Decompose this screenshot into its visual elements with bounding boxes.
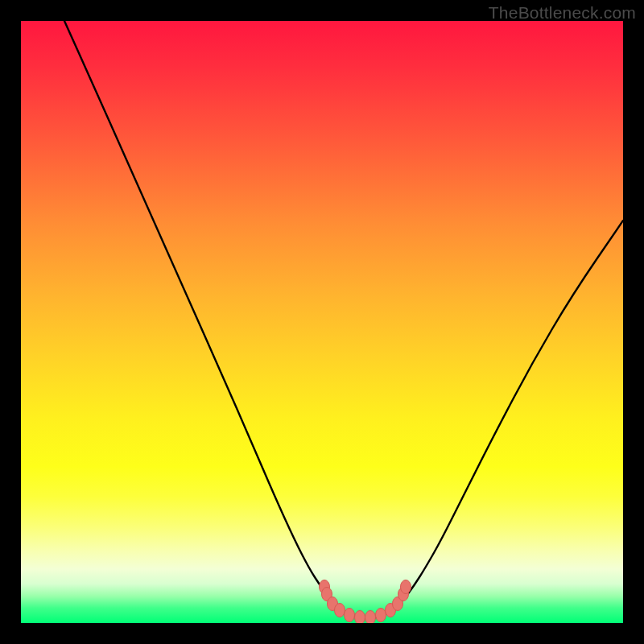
floor-marker — [401, 580, 411, 594]
floor-marker — [365, 611, 376, 624]
floor-markers — [320, 580, 411, 624]
floor-marker — [355, 611, 365, 624]
watermark-text: TheBottleneck.com — [489, 3, 636, 23]
floor-marker — [345, 609, 355, 622]
chart-frame: TheBottleneck.com — [0, 0, 644, 644]
plot-area — [21, 21, 623, 623]
floor-marker — [376, 609, 386, 622]
floor-marker — [335, 604, 345, 617]
bottleneck-curve — [64, 21, 623, 618]
bottleneck-curve-svg — [21, 21, 623, 623]
